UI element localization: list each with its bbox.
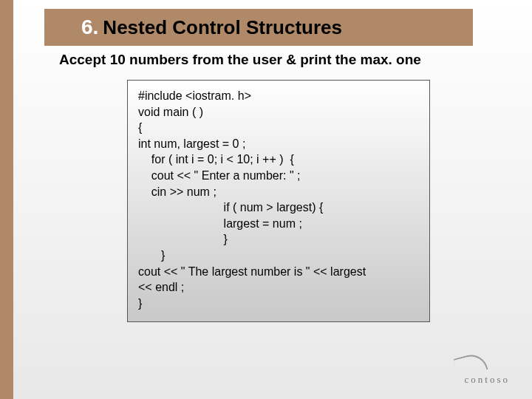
code-line: } <box>138 248 419 264</box>
code-block: #include <iostram. h> void main ( ) { in… <box>127 80 430 322</box>
code-line: cin >> num ; <box>138 184 419 200</box>
code-line: void main ( ) <box>138 104 419 120</box>
left-accent-stripe <box>0 0 13 399</box>
header-title: Nested Control Structures <box>103 16 342 39</box>
slide-subtitle: Accept 10 numbers from the user & print … <box>59 52 421 68</box>
code-line: for ( int i = 0; i < 10; i ++ ) { <box>138 151 419 168</box>
code-line: if ( num > largest) { <box>138 200 419 216</box>
header-number: 6. <box>81 16 98 39</box>
code-line: int num, largest = 0 ; <box>138 136 419 152</box>
code-line: { <box>138 120 419 136</box>
brand-logo: contoso <box>465 374 510 386</box>
code-line: } <box>138 231 419 248</box>
code-line: cout << " Enter a number: " ; <box>138 168 419 184</box>
slide-header: 6. Nested Control Structures <box>44 9 473 46</box>
code-line: cout << " The largest number is " << lar… <box>138 264 419 280</box>
code-line: << endl ; <box>138 279 419 296</box>
code-line: } <box>138 296 419 312</box>
code-line: largest = num ; <box>138 216 419 232</box>
code-line: #include <iostram. h> <box>138 88 419 104</box>
